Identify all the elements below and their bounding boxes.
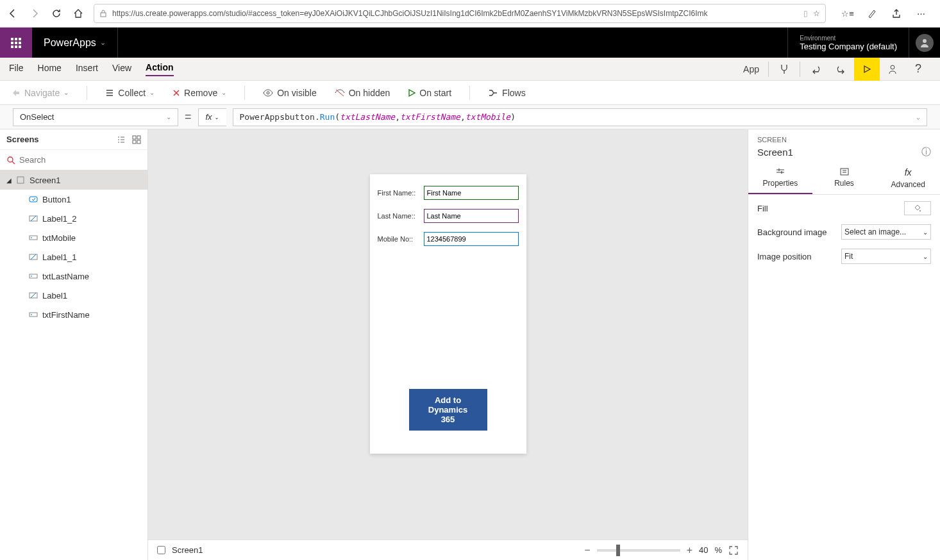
zoom-in-icon[interactable]: +: [687, 545, 692, 556]
svg-line-22: [31, 293, 36, 298]
tab-home[interactable]: Home: [38, 63, 62, 76]
tree-search[interactable]: [0, 150, 147, 170]
svg-line-18: [31, 254, 36, 259]
share-icon[interactable]: [890, 7, 903, 20]
zoom-pct: %: [714, 545, 722, 555]
chevron-down-icon[interactable]: ⌄: [100, 38, 106, 47]
fill-swatch[interactable]: [904, 201, 931, 215]
svg-rect-8: [137, 140, 140, 144]
mobile-input[interactable]: [424, 232, 519, 246]
app-header: PowerApps ⌄ Environment Testing Company …: [0, 28, 940, 58]
tree-view-icon[interactable]: [117, 135, 126, 144]
canvas: First Name:: Last Name:: Mobile No:: Add…: [148, 129, 748, 560]
tree-item-txtmobile[interactable]: txtMobile: [0, 228, 147, 247]
zoom-value: 40: [699, 545, 708, 555]
zoom-slider[interactable]: [597, 549, 680, 552]
info-icon[interactable]: ⓘ: [921, 146, 931, 158]
tab-advanced[interactable]: fx Advanced: [876, 162, 940, 194]
svg-rect-12: [29, 197, 37, 202]
image-position-select[interactable]: Fit⌄: [841, 249, 931, 264]
favorites-icon[interactable]: ☆≡: [841, 7, 854, 20]
tab-insert[interactable]: Insert: [76, 63, 98, 76]
first-name-input[interactable]: [424, 186, 519, 200]
screen-checkbox[interactable]: [157, 546, 165, 554]
svg-rect-7: [133, 140, 136, 144]
url-input[interactable]: [112, 9, 798, 18]
app-title: PowerApps: [44, 37, 96, 49]
notes-icon[interactable]: [866, 7, 878, 20]
collect-action[interactable]: Collect⌄: [105, 88, 155, 98]
thumbnail-view-icon[interactable]: [132, 135, 141, 144]
phone-screen[interactable]: First Name:: Last Name:: Mobile No:: Add…: [370, 174, 526, 454]
last-name-input[interactable]: [424, 209, 519, 223]
first-name-label: First Name::: [378, 189, 421, 197]
svg-line-10: [12, 161, 15, 164]
tree-item-screen1[interactable]: ◢ Screen1: [0, 170, 147, 190]
svg-rect-15: [29, 236, 37, 240]
browser-toolbar: ▯ ☆ ☆≡ ⋯: [0, 0, 940, 28]
star-icon[interactable]: ☆: [813, 9, 820, 18]
bg-image-select[interactable]: Select an image...⌄: [841, 224, 931, 240]
navigate-action: Navigate⌄: [12, 88, 69, 98]
on-hidden-action[interactable]: On hidden: [335, 88, 390, 98]
app-launcher[interactable]: [0, 28, 32, 58]
properties-panel: SCREEN Screen1 ⓘ Properties Rules fx Adv…: [748, 129, 940, 560]
on-start-action[interactable]: On start: [408, 88, 451, 98]
app-checker-icon[interactable]: [771, 58, 797, 81]
reader-icon[interactable]: ▯: [803, 9, 808, 18]
svg-point-3: [267, 92, 269, 94]
tab-view[interactable]: View: [112, 63, 131, 76]
svg-rect-5: [133, 136, 136, 139]
equals-label: =: [185, 110, 192, 124]
tab-properties[interactable]: Properties: [748, 162, 812, 194]
forward-icon[interactable]: [28, 7, 41, 20]
fit-to-window-icon[interactable]: [728, 545, 739, 556]
tree-item-label1-2[interactable]: Label1_2: [0, 209, 147, 228]
svg-rect-19: [29, 274, 37, 278]
user-avatar[interactable]: [909, 34, 940, 52]
home-icon[interactable]: [72, 7, 85, 20]
tree-header: Screens: [6, 135, 39, 144]
tab-file[interactable]: File: [9, 63, 24, 76]
property-selector[interactable]: OnSelect⌄: [13, 108, 178, 126]
tree-item-label1-1[interactable]: Label1_1: [0, 247, 147, 267]
address-bar[interactable]: ▯ ☆: [94, 4, 826, 23]
more-icon[interactable]: ⋯: [914, 7, 927, 20]
remove-action[interactable]: Remove⌄: [172, 88, 226, 98]
canvas-footer: Screen1 − + 40 %: [148, 539, 748, 560]
flows-action[interactable]: Flows: [488, 88, 526, 98]
ribbon-tabs: File Home Insert View Action App ?: [0, 58, 940, 81]
rp-section-label: SCREEN: [757, 136, 931, 144]
refresh-icon[interactable]: [50, 7, 63, 20]
on-visible-action[interactable]: On visible: [263, 88, 316, 98]
tree-item-txtfirstname[interactable]: txtFirstName: [0, 305, 147, 324]
svg-rect-11: [17, 177, 24, 183]
prop-pos-label: Image position: [757, 252, 812, 261]
app-label[interactable]: App: [737, 64, 766, 74]
formula-bar: OnSelect⌄ = fx⌄ PowerAppsbutton.Run(txtL…: [0, 105, 940, 129]
help-icon[interactable]: ?: [905, 58, 931, 81]
action-bar: Navigate⌄ Collect⌄ Remove⌄ On visible On…: [0, 81, 940, 105]
tab-action[interactable]: Action: [146, 62, 174, 76]
rp-screen-title: Screen1: [757, 147, 793, 158]
zoom-out-icon[interactable]: −: [584, 545, 590, 556]
undo-icon[interactable]: [803, 58, 828, 81]
tab-rules[interactable]: Rules: [812, 162, 877, 194]
mobile-label: Mobile No::: [378, 235, 421, 243]
play-icon[interactable]: [854, 58, 880, 81]
prop-bg-label: Background image: [757, 227, 827, 237]
formula-input[interactable]: PowerAppsbutton.Run(txtLastName,txtFirst…: [233, 108, 927, 126]
share-icon[interactable]: [880, 58, 905, 81]
svg-line-14: [31, 216, 36, 221]
back-icon[interactable]: [6, 7, 19, 20]
svg-point-9: [8, 157, 13, 162]
environment-picker[interactable]: Environment Testing Company (default): [787, 28, 909, 58]
redo-icon[interactable]: [828, 58, 854, 81]
add-to-dynamics-button[interactable]: Add to Dynamics 365: [409, 389, 487, 431]
svg-rect-0: [101, 13, 106, 17]
svg-rect-25: [841, 169, 848, 175]
svg-point-2: [891, 65, 894, 69]
tree-item-label1[interactable]: Label1: [0, 286, 147, 305]
tree-item-button1[interactable]: Button1: [0, 190, 147, 209]
tree-item-txtlastname[interactable]: txtLastName: [0, 267, 147, 286]
